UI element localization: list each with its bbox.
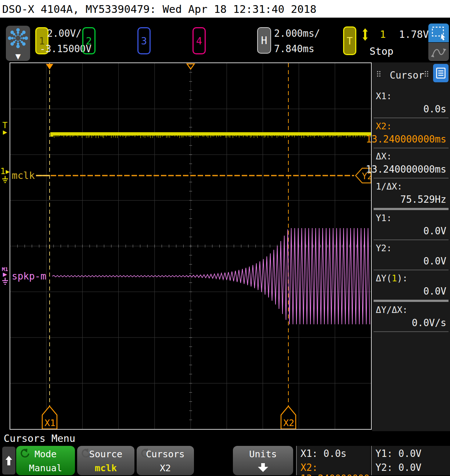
softkey-menu: Cursors Menu Mode Manual Source mclk	[0, 431, 450, 476]
softkey-mode[interactable]: Mode Manual	[16, 446, 75, 475]
channel-1-settings: 2.00V/ -3.15000V	[40, 26, 89, 57]
menu-list-icon	[436, 68, 446, 79]
spkp-label: spkp-m	[12, 271, 46, 282]
x-cursor-readout: X1: 0.0s X2: 13.240000000ms	[296, 446, 370, 475]
drag-handle-icon[interactable]	[424, 71, 429, 79]
timebase-delay: 7.840ms	[274, 41, 314, 57]
horizontal-button[interactable]: H	[257, 27, 271, 54]
mclk-label: mclk	[12, 170, 35, 181]
math-arrow-icon: ▶	[0, 272, 10, 277]
waveform-navigate-button[interactable]	[428, 43, 449, 61]
readout-y1: Y1:0.0V	[374, 210, 449, 240]
trigger-level-marker[interactable]: T ▶	[0, 121, 10, 135]
agilent-spark-icon	[7, 26, 29, 51]
trigger-slope-icon	[361, 28, 369, 43]
drag-handle-icon[interactable]	[377, 71, 381, 79]
up-arrow-icon	[5, 455, 13, 466]
toolbar: ▼ 1 2.00V/ -3.15000V 2 3 4 H 2.000ms/ 7.…	[0, 18, 450, 62]
panel-menu-button[interactable]	[433, 64, 449, 82]
channel-1-offset: -3.15000V	[40, 41, 89, 57]
trigger-button[interactable]: T	[343, 26, 356, 55]
readout-delta-x: ΔX:13.240000000ms	[374, 148, 449, 178]
ch1-trace[interactable]	[50, 132, 371, 136]
softkey-source[interactable]: Source mclk	[77, 446, 134, 475]
svg-text:X1: X1	[44, 418, 55, 428]
oscilloscope-screen: DSO-X 4104A, MY53390479: Wed Apr 18 12:3…	[0, 0, 450, 476]
marquee-zoom-icon	[430, 25, 447, 41]
panel-title: Cursor	[390, 70, 424, 81]
navigate-waveform-icon	[430, 44, 447, 59]
cursor-panel: Cursor X1:0.0s X2:13.240000000ms ΔX:13.2…	[372, 62, 450, 431]
channel-4-button[interactable]: 4	[192, 27, 206, 54]
menu-logo-button[interactable]: ▼	[6, 26, 30, 61]
readout-inverse-delta-x: 1/ΔX:75.529Hz	[374, 178, 449, 210]
trigger-source: 1	[380, 29, 386, 40]
ch1-ground-marker[interactable]: 1▶	[0, 167, 10, 184]
title-bar: DSO-X 4104A, MY53390479: Wed Apr 18 12:3…	[0, 0, 450, 18]
down-arrow-icon	[257, 463, 269, 474]
horizontal-settings: 2.000ms/ 7.840ms	[274, 26, 314, 57]
ch1-arrow-icon: ▶	[6, 169, 10, 174]
trigger-position-marker[interactable]	[46, 64, 53, 69]
chevron-down-icon: ▼	[6, 52, 30, 60]
trigger-level: 1.78V	[399, 29, 429, 40]
math-ground-marker[interactable]: M1 ▶	[0, 267, 10, 286]
cursor-readouts: X1:0.0s X2:13.240000000ms ΔX:13.24000000…	[374, 88, 449, 332]
readout-x2: X2:13.240000000ms	[374, 118, 449, 148]
ground-icon	[1, 176, 9, 184]
channel-2-button[interactable]: 2	[82, 27, 96, 54]
y-cursor-readout: Y1: 0.0V Y2: 0.0V	[371, 446, 450, 475]
channel-1-scale: 2.00V/	[40, 26, 89, 41]
readout-y2: Y2:0.0V	[374, 240, 449, 270]
readout-delta-y: ΔY(1): 0.0V	[374, 270, 449, 302]
menu-back-button[interactable]	[2, 447, 15, 475]
readout-slope: ΔY/ΔX:0.0V/s	[374, 302, 449, 332]
channel-3-button[interactable]: 3	[137, 27, 151, 54]
waveform-display: T ▶ 1▶ M1 ▶ mclkspkp-mX1X2Y2	[0, 62, 372, 431]
menu-title: Cursors Menu	[4, 433, 75, 444]
softkey-cursors[interactable]: Cursors X2	[137, 446, 194, 475]
trigger-arrow-icon: ▶	[0, 130, 10, 135]
zoom-select-button[interactable]	[428, 24, 449, 42]
timebase-scale: 2.000ms/	[274, 26, 314, 41]
instrument-title: DSO-X 4104A, MY53390479: Wed Apr 18 12:3…	[2, 3, 317, 15]
readout-x1: X1:0.0s	[374, 88, 449, 118]
math-spkp-trace[interactable]	[52, 228, 370, 324]
waveform-plot[interactable]: mclkspkp-mX1X2Y2	[10, 62, 372, 430]
svg-text:X2: X2	[283, 418, 294, 428]
ground-icon	[1, 278, 9, 286]
graticule-svg: mclkspkp-mX1X2Y2	[10, 63, 371, 429]
acquisition-status: Stop	[370, 46, 393, 57]
softkey-units[interactable]: Units	[233, 446, 293, 475]
